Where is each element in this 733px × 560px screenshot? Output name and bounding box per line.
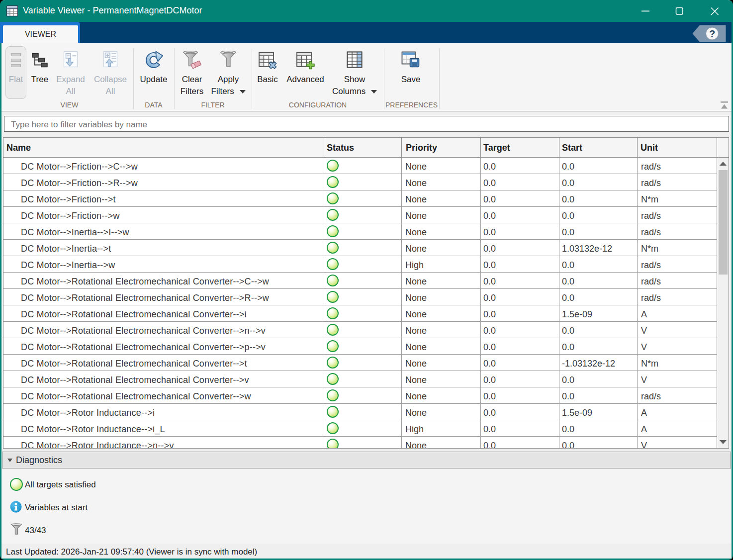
svg-text:?: ? [709,28,715,39]
